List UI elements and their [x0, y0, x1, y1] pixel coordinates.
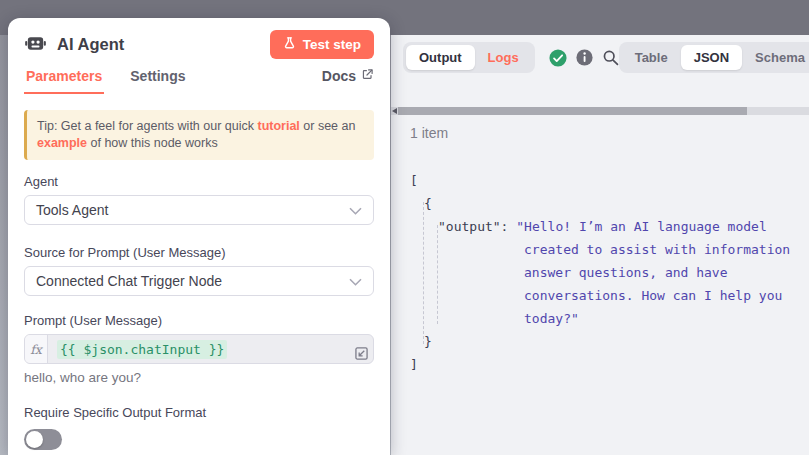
expression-value[interactable]: {{ $json.chatInput }} — [48, 335, 236, 363]
output-panel: Output Logs Table JSON Schema 1 item [ {… — [391, 35, 809, 455]
json-line: created to assist with information — [410, 238, 809, 261]
test-step-label: Test step — [303, 37, 361, 52]
indent-guide — [423, 202, 424, 344]
output-content: 1 item [ { "output": "Hello! I’m an AI l… — [391, 115, 809, 455]
prompt-field-label: Prompt (User Message) — [24, 313, 374, 328]
items-count: 1 item — [410, 125, 809, 141]
source-field-label: Source for Prompt (User Message) — [24, 245, 374, 260]
agent-field-label: Agent — [24, 174, 374, 189]
test-step-button[interactable]: Test step — [270, 30, 374, 59]
agent-select[interactable]: Tools Agent — [24, 195, 374, 225]
search-icon[interactable] — [602, 49, 619, 66]
robot-icon — [24, 31, 47, 58]
tab-parameters[interactable]: Parameters — [24, 68, 104, 94]
fx-badge: fx — [25, 335, 48, 363]
info-icon[interactable] — [576, 49, 593, 66]
example-link[interactable]: example — [37, 136, 87, 150]
output-panel-header: Output Logs Table JSON Schema — [391, 35, 809, 80]
tab-json[interactable]: JSON — [681, 45, 742, 70]
json-value: answer questions, and have — [524, 265, 728, 280]
success-check-icon — [549, 49, 567, 67]
json-line: "output": "Hello! I’m an AI language mod… — [410, 215, 809, 238]
json-line: { — [410, 192, 809, 215]
json-punct: [ — [410, 173, 418, 188]
node-title: AI Agent — [57, 35, 124, 54]
expression-text: {{ $json.chatInput }} — [57, 340, 227, 359]
chevron-down-icon — [349, 273, 362, 289]
json-line: conversations. How can I help you — [410, 284, 809, 307]
prompt-expression-field[interactable]: fx {{ $json.chatInput }} — [24, 334, 374, 364]
docs-label: Docs — [322, 68, 356, 84]
json-output: [ { "output": "Hello! I’m an AI language… — [410, 169, 809, 376]
json-line: today?" — [410, 307, 809, 330]
tab-output[interactable]: Output — [406, 45, 475, 70]
agent-select-value: Tools Agent — [36, 202, 108, 218]
json-line: [ — [410, 169, 809, 192]
scrollbar-left-arrow[interactable] — [392, 108, 397, 114]
tab-settings[interactable]: Settings — [130, 68, 185, 94]
json-punct: ] — [410, 357, 418, 372]
flask-icon — [283, 36, 296, 53]
expression-preview: hello, who are you? — [24, 370, 374, 385]
json-value: "Hello! I’m an AI language model — [516, 219, 766, 234]
display-mode-tab-group: Table JSON Schema — [619, 42, 809, 73]
tutorial-link[interactable]: tutorial — [257, 119, 299, 133]
tip-text: of how this node works — [87, 136, 218, 150]
chevron-down-icon — [349, 202, 362, 218]
tab-table[interactable]: Table — [622, 45, 681, 70]
output-format-label: Require Specific Output Format — [24, 405, 374, 420]
tip-callout: Tip: Get a feel for agents with our quic… — [24, 110, 374, 160]
expand-expression-icon[interactable] — [354, 346, 369, 361]
node-header: AI Agent Test step — [24, 18, 374, 58]
toggle-knob — [26, 431, 43, 448]
json-line: ] — [410, 353, 809, 376]
json-line: answer questions, and have — [410, 261, 809, 284]
tab-logs[interactable]: Logs — [475, 45, 532, 70]
node-settings-panel: AI Agent Test step Parameters Settings D… — [8, 18, 390, 455]
horizontal-scrollbar — [391, 107, 809, 115]
json-line: } — [410, 330, 809, 353]
tab-schema[interactable]: Schema — [742, 45, 809, 70]
settings-tabs: Parameters Settings Docs — [24, 66, 374, 94]
json-value: created to assist with information — [524, 242, 790, 257]
json-value: conversations. How can I help you — [524, 288, 782, 303]
tip-text: or see an — [300, 119, 356, 133]
docs-link[interactable]: Docs — [322, 68, 374, 94]
json-punct: { — [424, 196, 432, 211]
output-logs-tab-group: Output Logs — [403, 42, 535, 73]
indent-guide — [437, 225, 438, 324]
json-value: today?" — [524, 311, 579, 326]
tip-text: Tip: Get a feel for agents with our quic… — [37, 119, 257, 133]
source-select[interactable]: Connected Chat Trigger Node — [24, 266, 374, 296]
external-link-icon — [361, 68, 374, 84]
json-key: "output": — [438, 219, 516, 234]
output-format-toggle[interactable] — [24, 429, 62, 450]
scrollbar-thumb[interactable] — [398, 107, 747, 115]
source-select-value: Connected Chat Trigger Node — [36, 273, 222, 289]
json-punct: } — [424, 334, 432, 349]
